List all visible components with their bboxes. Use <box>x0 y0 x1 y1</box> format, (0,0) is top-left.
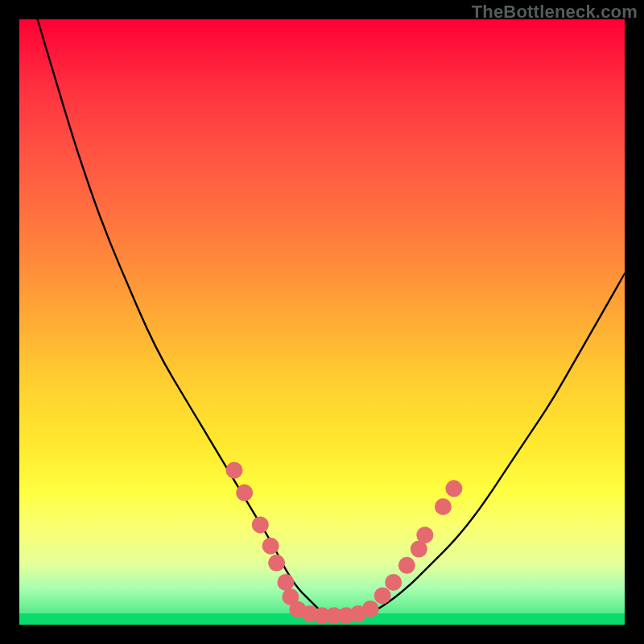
sample-dots <box>226 462 463 625</box>
chart-frame <box>19 19 625 625</box>
sample-dot <box>236 485 253 502</box>
baseline-strip <box>19 613 625 625</box>
sample-dot <box>226 462 243 479</box>
sample-dot <box>435 498 452 515</box>
sample-dot <box>268 555 285 572</box>
bottleneck-curve <box>38 19 625 619</box>
chart-svg <box>19 19 625 625</box>
sample-dot <box>385 574 402 591</box>
sample-dot <box>282 588 299 605</box>
sample-dot <box>398 557 415 574</box>
sample-dot <box>252 516 269 533</box>
sample-dot <box>374 587 391 604</box>
sample-dot <box>277 574 294 591</box>
sample-dot <box>416 526 433 543</box>
sample-dot <box>262 538 279 555</box>
sample-dot <box>445 480 462 497</box>
sample-dot <box>411 541 427 558</box>
